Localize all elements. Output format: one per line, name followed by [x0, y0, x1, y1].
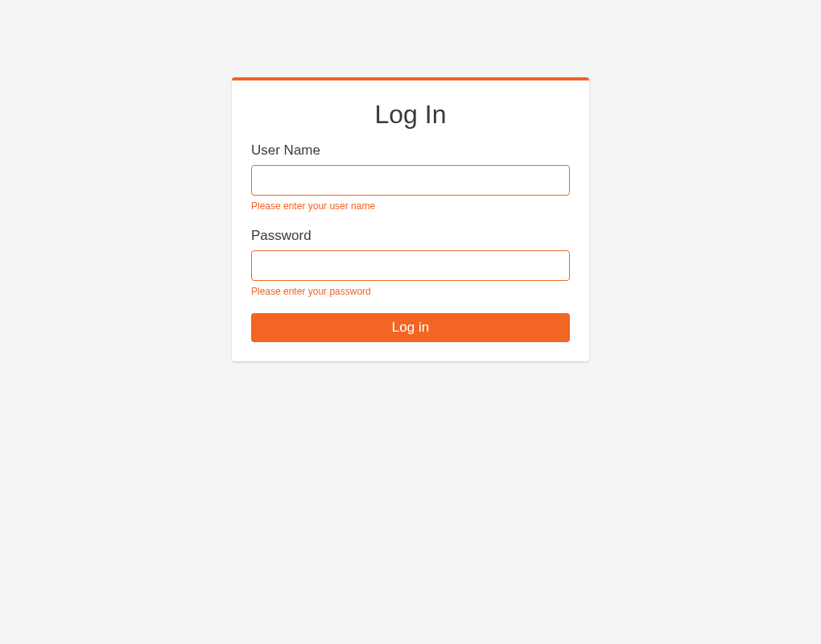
login-title: Log In: [251, 100, 570, 130]
password-error: Please enter your password: [251, 286, 570, 297]
username-error: Please enter your user name: [251, 200, 570, 212]
login-button[interactable]: Log in: [251, 313, 570, 342]
username-input[interactable]: [251, 165, 570, 196]
password-group: Password Please enter your password: [251, 228, 570, 297]
username-label: User Name: [251, 142, 570, 159]
password-input[interactable]: [251, 250, 570, 281]
username-group: User Name Please enter your user name: [251, 142, 570, 212]
login-card: Log In User Name Please enter your user …: [232, 77, 589, 361]
password-label: Password: [251, 228, 570, 244]
